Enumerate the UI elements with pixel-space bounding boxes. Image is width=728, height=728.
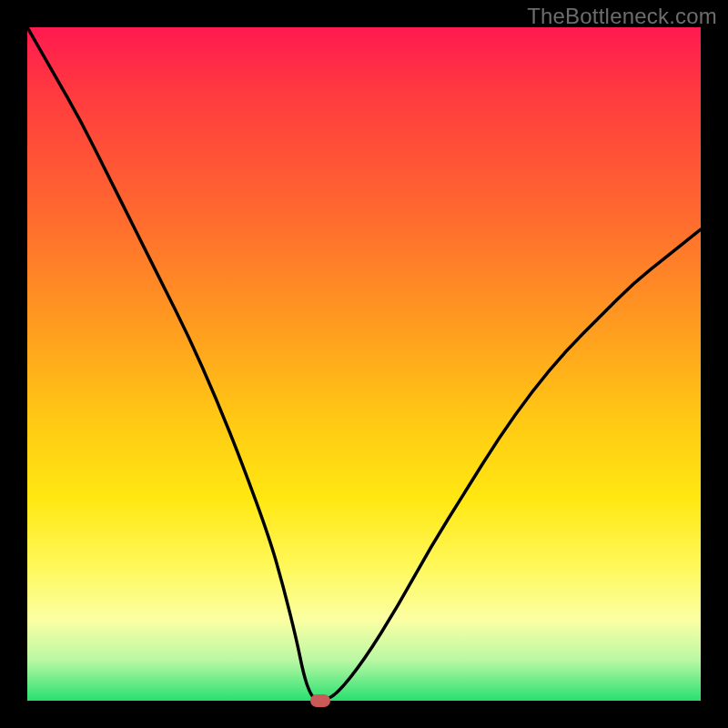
watermark-text: TheBottleneck.com — [527, 4, 717, 29]
optimum-marker — [310, 694, 330, 707]
chart-frame: TheBottleneck.com — [0, 0, 728, 728]
bottleneck-curve — [27, 27, 701, 701]
plot-area — [27, 27, 701, 701]
